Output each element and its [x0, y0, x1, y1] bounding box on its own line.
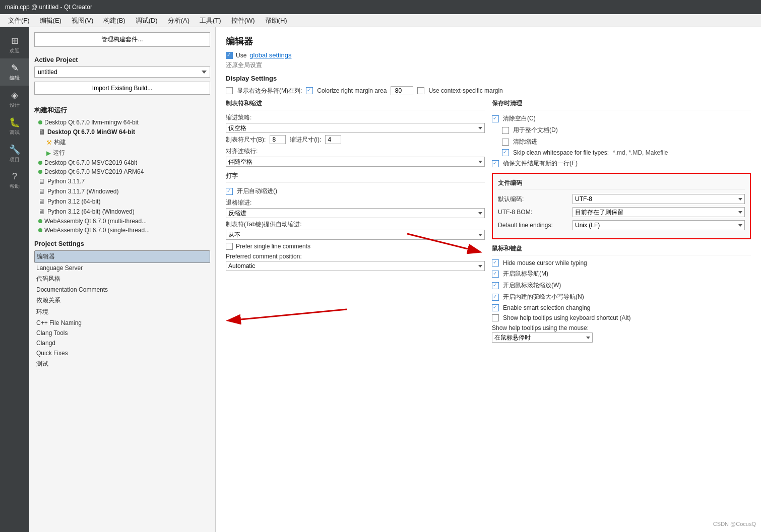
- display-margin-checkbox[interactable]: [226, 87, 233, 94]
- build-run-title: 构建和运行: [34, 106, 210, 115]
- build-item-1[interactable]: 🖥 Desktop Qt 6.7.0 MinGW 64-bit: [34, 127, 210, 137]
- file-encoding-title: 文件编码: [498, 179, 745, 190]
- build-item-8[interactable]: 🖥 Python 3.12 (64-bit): [34, 196, 210, 207]
- menu-view[interactable]: 视图(V): [67, 15, 98, 26]
- skip-clean-checkbox[interactable]: [502, 149, 509, 156]
- skip-clean-value: *.md, *.MD, Makefile: [613, 149, 668, 156]
- settings-item-language-server[interactable]: Language Server: [34, 263, 210, 273]
- sidebar-item-debug[interactable]: 🐛 调试: [0, 113, 29, 140]
- build-item-10[interactable]: WebAssembly Qt 6.7.0 (multi-thread...: [34, 217, 210, 226]
- settings-item-clangd[interactable]: Clangd: [34, 338, 210, 348]
- build-item-4[interactable]: Desktop Qt 6.7.0 MSVC2019 64bit: [34, 158, 210, 167]
- build-item-6[interactable]: 🖥 Python 3.11.7: [34, 176, 210, 186]
- menu-tools[interactable]: 工具(T): [195, 15, 226, 26]
- help-tooltips-mouse-select[interactable]: 在鼠标悬停时: [492, 332, 593, 343]
- indent-policy-select[interactable]: 仅空格: [226, 123, 485, 133]
- prefer-single-line-checkbox[interactable]: [226, 243, 233, 250]
- build-item-11[interactable]: WebAssembly Qt 6.7.0 (single-thread...: [34, 226, 210, 235]
- default-encoding-select[interactable]: UTF-8: [573, 194, 745, 204]
- deindent-select[interactable]: 反缩进: [226, 208, 485, 218]
- clean-whitespace-checkbox[interactable]: [492, 115, 499, 122]
- menu-file[interactable]: 文件(F): [3, 15, 35, 26]
- hide-cursor-checkbox[interactable]: [492, 259, 499, 267]
- tab-size-label: 制表符尺寸(B):: [226, 136, 266, 144]
- settings-item-env[interactable]: 环境: [34, 306, 210, 318]
- menu-help[interactable]: 帮助(H): [260, 15, 292, 26]
- settings-item-doc-comments[interactable]: Documentation Comments: [34, 285, 210, 295]
- margin-spinbox[interactable]: [391, 86, 413, 95]
- preferred-comment-select[interactable]: Automatic: [226, 261, 485, 271]
- help-tooltips-key-label: Show help tooltips using keyboard shortc…: [503, 314, 630, 321]
- context-margin-checkbox[interactable]: [417, 87, 424, 94]
- settings-item-editor[interactable]: 编辑器: [34, 250, 210, 263]
- build-item-0[interactable]: Desktop Qt 6.7.0 llvm-mingw 64-bit: [34, 118, 210, 127]
- build-item-hammer[interactable]: ⚒ 构建: [34, 137, 210, 148]
- ensure-newline-checkbox[interactable]: [492, 160, 499, 167]
- tab-provide-row: 制表符(Tab键)提供自动缩进: 从不: [226, 220, 485, 240]
- build-item-label-0: Desktop Qt 6.7.0 llvm-mingw 64-bit: [44, 119, 139, 126]
- utf8-bom-select[interactable]: 目前存在了则保留: [573, 207, 745, 217]
- menu-debug[interactable]: 调试(D): [131, 15, 163, 26]
- settings-item-test[interactable]: 测试: [34, 358, 210, 370]
- smart-selection-checkbox[interactable]: [492, 304, 499, 311]
- case-nav-checkbox[interactable]: [492, 294, 499, 301]
- prefer-single-line-row: Prefer single line comments: [226, 243, 485, 250]
- use-global-checkbox[interactable]: [226, 52, 233, 59]
- help-tooltips-key-checkbox[interactable]: [492, 314, 499, 321]
- menu-build[interactable]: 构建(B): [98, 15, 130, 26]
- build-item-7[interactable]: 🖥 Python 3.11.7 (Windowed): [34, 186, 210, 196]
- align-row: 对齐连续行: 伴随空格: [226, 147, 485, 167]
- display-settings-title: Display Settings: [226, 75, 751, 82]
- deindent-label: 退格缩进:: [226, 198, 485, 207]
- build-item-5[interactable]: Desktop Qt 6.7.0 MSVC2019 ARM64: [34, 167, 210, 176]
- settings-item-cpp-file-naming[interactable]: C++ File Naming: [34, 318, 210, 328]
- restore-link[interactable]: 还原全局设置: [226, 61, 751, 70]
- auto-indent-label: 开启自动缩进(): [237, 187, 277, 195]
- tab-size-row: 制表符尺寸(B): 缩进尺寸(i):: [226, 135, 485, 144]
- auto-indent-checkbox[interactable]: [226, 188, 233, 195]
- build-item-run[interactable]: ▶ 运行: [34, 148, 210, 158]
- green-dot-10: [38, 219, 42, 223]
- settings-item-code-style[interactable]: 代码风格: [34, 273, 210, 285]
- menu-edit[interactable]: 编辑(E): [35, 15, 67, 26]
- project-settings-section: Project Settings 编辑器 Language Server 代码风…: [34, 240, 210, 370]
- manage-build-kits-button[interactable]: 管理构建套件...: [34, 32, 210, 47]
- sidebar-item-project[interactable]: 🔧 项目: [0, 140, 29, 167]
- sidebar-help-label: 帮助: [10, 183, 20, 190]
- indent-size-spinbox[interactable]: [325, 135, 341, 144]
- settings-item-dependencies[interactable]: 依赖关系: [34, 295, 210, 306]
- whole-doc-checkbox[interactable]: [502, 127, 509, 134]
- sidebar-debug-label: 调试: [10, 129, 20, 136]
- use-global-row: Use global settings: [226, 51, 751, 59]
- import-build-button[interactable]: Import Existing Build...: [34, 82, 210, 95]
- smart-selection-label: Enable smart selection changing: [503, 304, 590, 311]
- clean-indent-checkbox[interactable]: [502, 139, 509, 146]
- project-dropdown[interactable]: untitled: [34, 66, 210, 78]
- build-item-9[interactable]: 🖥 Python 3.12 (64-bit) (Windowed): [34, 207, 210, 217]
- menu-controls[interactable]: 控件(W): [226, 15, 260, 26]
- design-icon: ◈: [11, 90, 18, 101]
- align-select[interactable]: 伴随空格: [226, 157, 485, 167]
- help-tooltips-key-row: Show help tooltips using keyboard shortc…: [492, 314, 751, 321]
- nav-checkbox[interactable]: [492, 271, 499, 278]
- ensure-newline-label: 确保文件结尾有新的一行(E): [503, 159, 578, 168]
- smart-selection-row: Enable smart selection changing: [492, 304, 751, 311]
- global-settings-link[interactable]: global settings: [249, 51, 291, 59]
- scroll-checkbox[interactable]: [492, 282, 499, 289]
- sidebar-item-design[interactable]: ◈ 设计: [0, 86, 29, 113]
- build-item-label-1: Desktop Qt 6.7.0 MinGW 64-bit: [47, 128, 135, 136]
- menu-analyze[interactable]: 分析(A): [163, 15, 195, 26]
- tab-provide-select[interactable]: 从不: [226, 230, 485, 240]
- right-panel: 编辑器 Use global settings 还原全局设置 Display S…: [216, 27, 761, 532]
- tab-size-spinbox[interactable]: [270, 135, 286, 144]
- line-endings-select[interactable]: Unix (LF): [573, 220, 745, 230]
- sidebar-item-help[interactable]: ? 帮助: [0, 167, 29, 194]
- settings-item-clang-tools[interactable]: Clang Tools: [34, 328, 210, 338]
- align-label: 对齐连续行:: [226, 147, 485, 156]
- build-item-label-5: Desktop Qt 6.7.0 MSVC2019 ARM64: [44, 168, 144, 175]
- sidebar-item-edit[interactable]: ✎ 编辑: [0, 58, 29, 86]
- settings-item-quick-fixes[interactable]: Quick Fixes: [34, 348, 210, 358]
- sidebar-item-welcome[interactable]: ⊞ 欢迎: [0, 31, 29, 58]
- colorize-checkbox[interactable]: [306, 87, 313, 94]
- tab-provide-label: 制表符(Tab键)提供自动缩进:: [226, 220, 485, 229]
